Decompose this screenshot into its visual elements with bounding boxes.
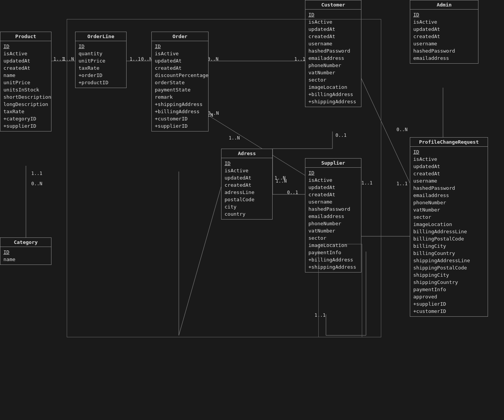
field-orderline-id: ID	[79, 43, 123, 50]
field-pcr-billingpostal: billingPostalCode	[413, 235, 485, 242]
rel-label-order-customer-from: 0..N	[207, 56, 218, 62]
field-pcr-billingcountry: billingCountry	[413, 250, 485, 257]
field-supplier-vatnumber: vatNumber	[308, 227, 358, 234]
field-product-unitprice: unitPrice	[3, 79, 48, 86]
field-pcr-sector: sector	[413, 213, 485, 221]
field-product-categoryid: +categoryID	[3, 115, 48, 122]
field-adress-id: ID	[225, 160, 269, 167]
svg-line-5	[179, 187, 221, 335]
rel-label-admin-pcr-to: 1..1	[396, 181, 408, 186]
field-pcr-username: username	[413, 177, 485, 184]
field-order-supplierid: +supplierID	[155, 122, 205, 130]
field-order-paymentstate: paymentState	[155, 86, 205, 93]
diagram-canvas: 1..1 1..N 1..1 0..N 1..1 0..N 0..N 1..1 …	[0, 0, 504, 420]
field-order-isactive: isActive	[155, 50, 205, 57]
field-pcr-id: ID	[413, 148, 485, 155]
entity-order: Order ID isActive updatedAt createdAt di…	[151, 32, 209, 131]
field-pcr-hashedpw: hashedPassword	[413, 184, 485, 192]
field-order-createdat: createdAt	[155, 64, 205, 72]
field-pcr-paymentinfo: paymentInfo	[413, 286, 485, 293]
field-order-shippingaddr: +shippingAddress	[155, 101, 205, 108]
entity-order-header: Order	[152, 32, 208, 41]
entity-pcr-header: ProfileChangeRequest	[410, 138, 488, 147]
field-supplier-shippingaddr: +shippingAddress	[308, 263, 358, 271]
entity-supplier: Supplier ID isActive updatedAt createdAt…	[305, 158, 361, 273]
entity-category-body: ID name	[0, 247, 51, 265]
field-product-id: ID	[3, 43, 48, 50]
entity-customer-header: Customer	[305, 0, 361, 10]
field-customer-imageloc: imageLocation	[308, 83, 358, 91]
entity-customer-body: ID isActive updatedAt createdAt username…	[305, 10, 361, 107]
field-pcr-approved: approved	[413, 293, 485, 300]
field-pcr-shippingcity: shippingCity	[413, 271, 485, 279]
field-customer-phone: phoneNumber	[308, 62, 358, 69]
field-customer-isactive: isActive	[308, 18, 358, 26]
rel-label-supplier-inner: 1..1	[315, 313, 326, 318]
field-customer-username: username	[308, 40, 358, 47]
entity-admin: Admin ID isActive updatedAt createdAt us…	[410, 0, 478, 64]
field-customer-createdat: createdAt	[308, 33, 358, 40]
field-adress-line: adressLine	[225, 189, 269, 196]
field-adress-createdat: createdAt	[225, 181, 269, 189]
field-adress-city: city	[225, 203, 269, 210]
entity-profilechangerequest: ProfileChangeRequest ID isActive updated…	[410, 137, 488, 317]
field-customer-vatnumber: vatNumber	[308, 69, 358, 76]
field-supplier-id: ID	[308, 169, 358, 176]
field-pcr-shippingpostal: shippingPostalCode	[413, 264, 485, 271]
rel-label-supplier-adress-from: 0..1	[287, 190, 298, 195]
entity-product: Product ID isActive updatedAt createdAt …	[0, 32, 51, 131]
field-pcr-billingcity: billingCity	[413, 242, 485, 250]
field-pcr-phone: phoneNumber	[413, 199, 485, 206]
entity-adress: Adress ID isActive updatedAt createdAt a…	[221, 149, 273, 220]
field-order-remark: remark	[155, 93, 205, 101]
field-product-shortdesc: shortDescription	[3, 93, 48, 101]
field-supplier-hashedpw: hashedPassword	[308, 205, 358, 213]
field-pcr-email: emailaddress	[413, 192, 485, 199]
field-order-discountpct: discountPercentage	[155, 72, 205, 79]
rel-label-orderline-order-to: 0..N	[141, 56, 152, 62]
entity-category: Category ID name	[0, 237, 51, 265]
rel-label-admin-pcr-from: 0..N	[396, 127, 408, 132]
field-pcr-isactive: isActive	[413, 155, 485, 163]
field-pcr-shippingcountry: shippingCountry	[413, 279, 485, 286]
field-customer-hashedpw: hashedPassword	[308, 47, 358, 55]
field-product-createdat: createdAt	[3, 64, 48, 72]
field-supplier-email: emailaddress	[308, 213, 358, 220]
field-order-customerid: +customerID	[155, 115, 205, 122]
rel-label-order-supplier: 0..N	[208, 111, 219, 116]
field-customer-updatedat: updatedAt	[308, 26, 358, 33]
field-orderline-quantity: quantity	[79, 50, 123, 57]
field-admin-id: ID	[413, 11, 475, 18]
field-supplier-phone: phoneNumber	[308, 220, 358, 227]
field-order-orderstate: orderState	[155, 79, 205, 86]
field-pcr-customerid: +customerID	[413, 308, 485, 315]
field-orderline-orderid: +orderID	[79, 72, 123, 79]
entity-order-body: ID isActive updatedAt createdAt discount…	[152, 41, 208, 131]
field-pcr-createdat: createdAt	[413, 170, 485, 177]
field-customer-sector: sector	[308, 76, 358, 83]
field-order-id: ID	[155, 43, 205, 50]
entity-pcr-body: ID isActive updatedAt createdAt username…	[410, 147, 488, 316]
entity-product-header: Product	[0, 32, 51, 41]
rel-label-customer-adress-from: 0..1	[335, 133, 347, 138]
field-supplier-updatedat: updatedAt	[308, 184, 358, 191]
field-supplier-billingaddr: +billingAddress	[308, 256, 358, 263]
field-pcr-imageloc: imageLocation	[413, 221, 485, 228]
rel-label-order-adress-to: 1..N	[229, 135, 240, 141]
field-product-taxrate: taxRate	[3, 108, 48, 115]
field-pcr-supplierid: +supplierID	[413, 300, 485, 308]
field-adress-country: country	[225, 210, 269, 218]
field-customer-shippingaddr: +shippingAddress	[308, 98, 358, 105]
entity-admin-header: Admin	[410, 0, 478, 10]
field-supplier-createdat: createdAt	[308, 191, 358, 198]
field-product-longdesc: longDescription	[3, 101, 48, 108]
field-admin-createdat: createdAt	[413, 33, 475, 40]
field-orderline-taxrate: taxRate	[79, 64, 123, 72]
field-supplier-sector: sector	[308, 234, 358, 242]
rel-label-product-category-from: 1..1	[31, 171, 42, 176]
entity-adress-header: Adress	[222, 149, 272, 158]
entity-orderline-header: OrderLine	[75, 32, 126, 41]
field-adress-postalcode: postalCode	[225, 196, 269, 203]
field-product-updatedat: updatedAt	[3, 57, 48, 64]
field-orderline-productid: +productID	[79, 79, 123, 86]
